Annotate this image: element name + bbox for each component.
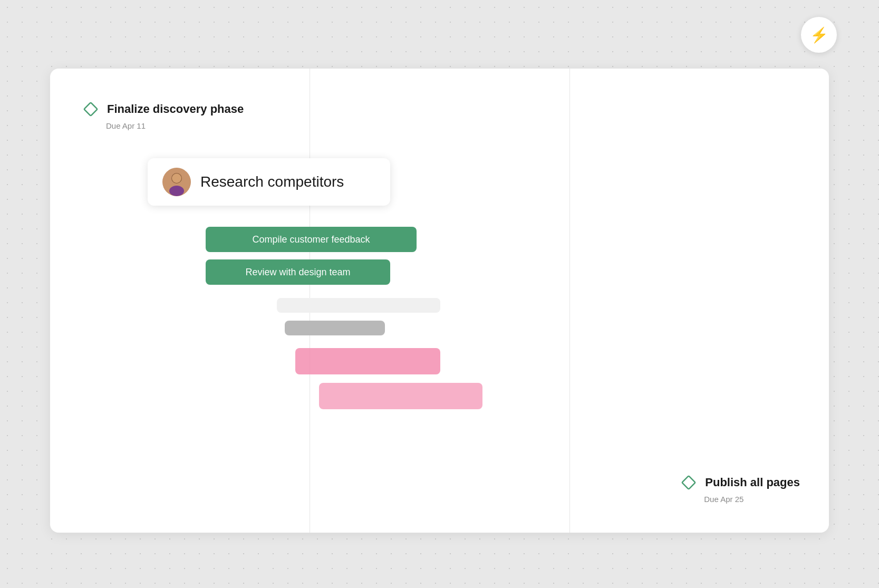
lightning-button[interactable]: ⚡ xyxy=(801,17,837,53)
placeholder-bar-gray xyxy=(285,321,385,335)
milestone-publish-title: Publish all pages xyxy=(705,476,800,489)
task-compile-bar[interactable]: Compile customer feedback xyxy=(206,227,417,252)
svg-rect-0 xyxy=(84,102,97,115)
lightning-icon: ⚡ xyxy=(810,26,828,44)
svg-point-3 xyxy=(169,186,184,196)
grid-line-2 xyxy=(569,69,570,533)
avatar-image xyxy=(162,168,191,196)
placeholder-bar-white xyxy=(277,298,440,313)
milestone-finalize-header: Finalize discovery phase xyxy=(82,100,244,118)
main-card: Finalize discovery phase Due Apr 11 Rese… xyxy=(50,69,829,533)
milestone-finalize: Finalize discovery phase Due Apr 11 xyxy=(82,100,244,130)
task-review-label: Review with design team xyxy=(245,267,350,278)
milestone-finalize-due: Due Apr 11 xyxy=(106,121,244,130)
avatar xyxy=(162,168,191,196)
placeholder-bar-pink-1 xyxy=(295,348,440,374)
svg-rect-6 xyxy=(682,476,696,489)
milestone-publish-due: Due Apr 25 xyxy=(704,495,800,504)
task-research-card[interactable]: Research competitors xyxy=(148,158,390,206)
task-research-title: Research competitors xyxy=(200,173,344,190)
diamond-icon-1 xyxy=(82,100,100,118)
svg-point-5 xyxy=(172,174,181,183)
milestone-publish: Publish all pages Due Apr 25 xyxy=(680,474,800,504)
placeholder-bar-pink-2 xyxy=(319,383,482,409)
task-compile-label: Compile customer feedback xyxy=(252,234,370,245)
task-review-bar[interactable]: Review with design team xyxy=(206,259,390,285)
milestone-publish-header: Publish all pages xyxy=(680,474,800,491)
milestone-finalize-title: Finalize discovery phase xyxy=(107,102,244,116)
diamond-icon-2 xyxy=(680,474,698,491)
